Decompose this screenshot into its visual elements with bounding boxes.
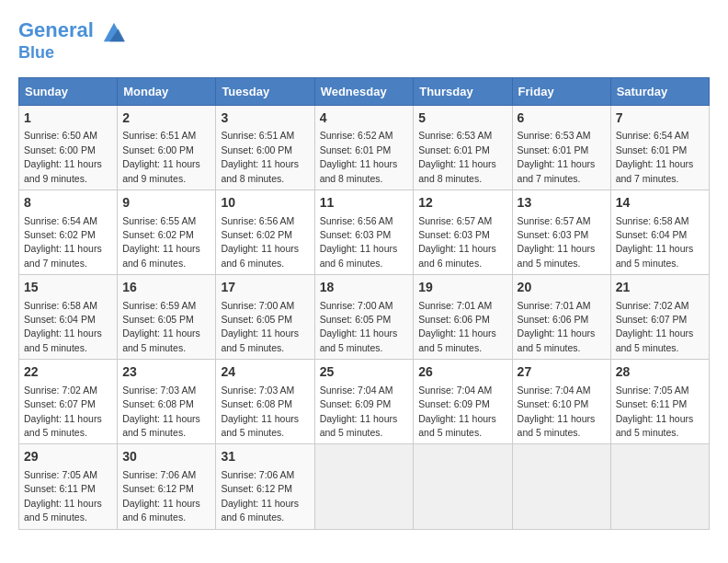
day-info: Sunrise: 6:52 AMSunset: 6:01 PMDaylight:… (320, 130, 398, 183)
day-info: Sunrise: 6:51 AMSunset: 6:00 PMDaylight:… (122, 130, 200, 183)
calendar-body: 1 Sunrise: 6:50 AMSunset: 6:00 PMDayligh… (19, 105, 710, 529)
calendar-week-5: 29 Sunrise: 7:05 AMSunset: 6:11 PMDaylig… (19, 444, 710, 529)
weekday-header-saturday: Saturday (610, 77, 709, 105)
day-info: Sunrise: 6:58 AMSunset: 6:04 PMDaylight:… (616, 215, 694, 269)
day-info: Sunrise: 7:05 AMSunset: 6:11 PMDaylight:… (24, 469, 102, 523)
day-info: Sunrise: 7:00 AMSunset: 6:05 PMDaylight:… (221, 300, 299, 353)
logo: General Blue (18, 18, 127, 63)
calendar-cell: 15 Sunrise: 6:58 AMSunset: 6:04 PMDaylig… (19, 275, 118, 360)
calendar-cell (414, 444, 512, 529)
calendar-cell: 7 Sunrise: 6:54 AMSunset: 6:01 PMDayligh… (610, 105, 709, 190)
weekday-header-tuesday: Tuesday (216, 77, 314, 105)
day-number: 28 (616, 363, 704, 382)
calendar-cell: 19 Sunrise: 7:01 AMSunset: 6:06 PMDaylig… (414, 275, 512, 360)
calendar-cell: 10 Sunrise: 6:56 AMSunset: 6:02 PMDaylig… (216, 190, 314, 274)
day-info: Sunrise: 6:57 AMSunset: 6:03 PMDaylight:… (518, 215, 596, 269)
calendar-cell: 23 Sunrise: 7:03 AMSunset: 6:08 PMDaylig… (118, 360, 216, 444)
calendar-cell: 3 Sunrise: 6:51 AMSunset: 6:00 PMDayligh… (216, 105, 314, 190)
day-number: 24 (221, 363, 309, 382)
logo-blue: Blue (18, 44, 127, 63)
day-number: 11 (320, 194, 409, 213)
day-info: Sunrise: 7:00 AMSunset: 6:05 PMDaylight:… (320, 300, 398, 353)
day-number: 26 (418, 363, 506, 382)
day-number: 15 (24, 279, 112, 297)
day-number: 30 (122, 448, 210, 466)
day-number: 3 (221, 109, 309, 128)
day-info: Sunrise: 7:04 AMSunset: 6:10 PMDaylight:… (518, 385, 596, 438)
weekday-header-monday: Monday (118, 77, 216, 105)
day-info: Sunrise: 6:56 AMSunset: 6:02 PMDaylight:… (221, 215, 299, 269)
calendar-cell: 12 Sunrise: 6:57 AMSunset: 6:03 PMDaylig… (414, 190, 512, 274)
page-header: General Blue (18, 18, 710, 63)
calendar-week-3: 15 Sunrise: 6:58 AMSunset: 6:04 PMDaylig… (19, 275, 710, 360)
calendar-cell: 2 Sunrise: 6:51 AMSunset: 6:00 PMDayligh… (118, 105, 216, 190)
calendar-cell (512, 444, 610, 529)
calendar-cell: 26 Sunrise: 7:04 AMSunset: 6:09 PMDaylig… (414, 360, 512, 444)
day-info: Sunrise: 6:51 AMSunset: 6:00 PMDaylight:… (221, 130, 299, 183)
calendar-cell: 22 Sunrise: 7:02 AMSunset: 6:07 PMDaylig… (19, 360, 118, 444)
calendar-cell: 29 Sunrise: 7:05 AMSunset: 6:11 PMDaylig… (19, 444, 118, 529)
calendar-cell: 31 Sunrise: 7:06 AMSunset: 6:12 PMDaylig… (216, 444, 314, 529)
day-number: 18 (320, 279, 409, 297)
calendar-cell: 8 Sunrise: 6:54 AMSunset: 6:02 PMDayligh… (19, 190, 118, 274)
day-number: 8 (24, 194, 112, 213)
calendar-week-4: 22 Sunrise: 7:02 AMSunset: 6:07 PMDaylig… (19, 360, 710, 444)
day-number: 7 (616, 109, 704, 128)
day-info: Sunrise: 7:01 AMSunset: 6:06 PMDaylight:… (518, 300, 596, 353)
calendar-cell: 17 Sunrise: 7:00 AMSunset: 6:05 PMDaylig… (216, 275, 314, 360)
calendar-cell: 11 Sunrise: 6:56 AMSunset: 6:03 PMDaylig… (314, 190, 414, 274)
logo-text: General (18, 18, 127, 44)
calendar-cell: 13 Sunrise: 6:57 AMSunset: 6:03 PMDaylig… (512, 190, 610, 274)
day-number: 1 (24, 109, 112, 128)
calendar-cell: 20 Sunrise: 7:01 AMSunset: 6:06 PMDaylig… (512, 275, 610, 360)
calendar-week-2: 8 Sunrise: 6:54 AMSunset: 6:02 PMDayligh… (19, 190, 710, 274)
calendar-cell (610, 444, 709, 529)
calendar-week-1: 1 Sunrise: 6:50 AMSunset: 6:00 PMDayligh… (19, 105, 710, 190)
day-number: 25 (320, 363, 409, 382)
day-number: 2 (122, 109, 210, 128)
calendar-cell: 24 Sunrise: 7:03 AMSunset: 6:08 PMDaylig… (216, 360, 314, 444)
day-info: Sunrise: 6:54 AMSunset: 6:01 PMDaylight:… (616, 130, 694, 183)
day-info: Sunrise: 6:50 AMSunset: 6:00 PMDaylight:… (24, 130, 102, 183)
day-info: Sunrise: 6:54 AMSunset: 6:02 PMDaylight:… (24, 215, 102, 269)
calendar-table: SundayMondayTuesdayWednesdayThursdayFrid… (18, 77, 710, 530)
day-info: Sunrise: 6:53 AMSunset: 6:01 PMDaylight:… (518, 130, 596, 183)
day-number: 31 (221, 448, 309, 466)
day-info: Sunrise: 7:04 AMSunset: 6:09 PMDaylight:… (320, 385, 398, 438)
calendar-cell: 21 Sunrise: 7:02 AMSunset: 6:07 PMDaylig… (610, 275, 709, 360)
calendar-cell: 1 Sunrise: 6:50 AMSunset: 6:00 PMDayligh… (19, 105, 118, 190)
calendar-cell: 9 Sunrise: 6:55 AMSunset: 6:02 PMDayligh… (118, 190, 216, 274)
weekday-header-thursday: Thursday (414, 77, 512, 105)
calendar-cell: 14 Sunrise: 6:58 AMSunset: 6:04 PMDaylig… (610, 190, 709, 274)
day-number: 19 (418, 279, 506, 297)
day-number: 29 (24, 448, 112, 466)
day-info: Sunrise: 7:04 AMSunset: 6:09 PMDaylight:… (418, 385, 496, 438)
day-number: 6 (518, 109, 606, 128)
calendar-cell: 5 Sunrise: 6:53 AMSunset: 6:01 PMDayligh… (414, 105, 512, 190)
weekday-header-friday: Friday (512, 77, 610, 105)
day-info: Sunrise: 7:01 AMSunset: 6:06 PMDaylight:… (418, 300, 496, 353)
calendar-cell: 4 Sunrise: 6:52 AMSunset: 6:01 PMDayligh… (314, 105, 414, 190)
day-number: 16 (122, 279, 210, 297)
day-number: 5 (418, 109, 506, 128)
calendar-cell: 6 Sunrise: 6:53 AMSunset: 6:01 PMDayligh… (512, 105, 610, 190)
calendar-cell: 16 Sunrise: 6:59 AMSunset: 6:05 PMDaylig… (118, 275, 216, 360)
day-number: 13 (518, 194, 606, 213)
calendar-cell: 27 Sunrise: 7:04 AMSunset: 6:10 PMDaylig… (512, 360, 610, 444)
day-info: Sunrise: 6:53 AMSunset: 6:01 PMDaylight:… (418, 130, 496, 183)
day-info: Sunrise: 7:02 AMSunset: 6:07 PMDaylight:… (24, 385, 102, 438)
day-info: Sunrise: 6:55 AMSunset: 6:02 PMDaylight:… (122, 215, 200, 269)
day-info: Sunrise: 7:06 AMSunset: 6:12 PMDaylight:… (122, 469, 200, 523)
day-info: Sunrise: 6:59 AMSunset: 6:05 PMDaylight:… (122, 300, 200, 353)
day-number: 22 (24, 363, 112, 382)
day-number: 20 (518, 279, 606, 297)
day-info: Sunrise: 7:06 AMSunset: 6:12 PMDaylight:… (221, 469, 299, 523)
day-info: Sunrise: 6:56 AMSunset: 6:03 PMDaylight:… (320, 215, 398, 269)
day-info: Sunrise: 7:05 AMSunset: 6:11 PMDaylight:… (616, 385, 694, 438)
day-number: 14 (616, 194, 704, 213)
weekday-header-sunday: Sunday (19, 77, 118, 105)
day-info: Sunrise: 6:57 AMSunset: 6:03 PMDaylight:… (418, 215, 496, 269)
calendar-header-row: SundayMondayTuesdayWednesdayThursdayFrid… (19, 77, 710, 105)
day-number: 9 (122, 194, 210, 213)
day-info: Sunrise: 7:03 AMSunset: 6:08 PMDaylight:… (122, 385, 200, 438)
